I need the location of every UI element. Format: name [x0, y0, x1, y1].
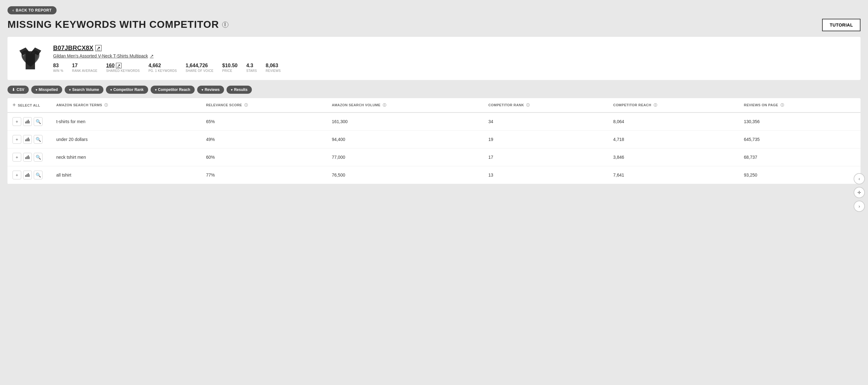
- svg-rect-12: [29, 156, 30, 159]
- row-chart-button[interactable]: [23, 171, 32, 179]
- row-search-button[interactable]: 🔍: [34, 135, 42, 144]
- table-row: + 🔍 all tshirt 77% 76,500 13 7,641: [7, 166, 861, 184]
- row-chart-button[interactable]: [23, 153, 32, 161]
- row-search-button[interactable]: 🔍: [34, 153, 42, 161]
- stat-win-pct: 83 WIN %: [53, 63, 63, 72]
- row-competitor-reach: 4,718: [608, 130, 739, 148]
- chart-icon: [25, 155, 30, 159]
- page-title: MISSING KEYWORDS WITH COMPETITOR i: [7, 19, 228, 30]
- row-relevance: 77%: [201, 166, 327, 184]
- row-relevance: 60%: [201, 148, 327, 166]
- th-competitor-reach-info-icon[interactable]: ⓘ: [654, 103, 657, 107]
- chart-icon: [25, 138, 30, 141]
- filter-csv[interactable]: ⬇ CSV: [7, 86, 29, 94]
- row-chart-button[interactable]: [23, 135, 32, 144]
- stat-stars: 4.3 STARS: [246, 63, 257, 72]
- row-search-term: all tshirt: [51, 166, 201, 184]
- tutorial-button[interactable]: TUTORIAL: [822, 19, 861, 31]
- row-reviews-on-page: 68,737: [739, 148, 861, 166]
- table-header-row: + SELECT ALL AMAZON SEARCH TERMS ⓘ RELEV…: [7, 98, 861, 113]
- filter-misspelled[interactable]: ▾ Misspelled: [31, 86, 62, 94]
- svg-rect-6: [27, 139, 28, 141]
- stat-share-voice: 1,644,726 SHARE OF VOICE: [186, 63, 213, 72]
- filter-competitor-rank[interactable]: ▾ Competitor Rank: [106, 86, 148, 94]
- filter-competitor-reach[interactable]: ▾ Competitor Reach: [151, 86, 195, 94]
- stat-rank-avg: 17 RANK AVERAGE: [72, 63, 97, 72]
- select-all-plus-icon[interactable]: +: [12, 102, 16, 109]
- filter-reviews[interactable]: ▾ Reviews: [197, 86, 224, 94]
- row-actions-cell: + 🔍: [7, 166, 51, 184]
- row-search-volume: 94,400: [327, 130, 484, 148]
- row-competitor-rank: 17: [484, 148, 608, 166]
- product-stats: 83 WIN % 17 RANK AVERAGE 160 ↗ SHARED KE…: [53, 63, 852, 72]
- chart-icon: [25, 173, 30, 177]
- stat-price: $10.50 PRICE: [222, 63, 238, 72]
- row-competitor-rank: 13: [484, 166, 608, 184]
- page-header: MISSING KEYWORDS WITH COMPETITOR i TUTOR…: [7, 19, 861, 31]
- chevron-competitor-rank-icon: ▾: [110, 88, 112, 92]
- row-actions-cell: + 🔍: [7, 148, 51, 166]
- row-add-button[interactable]: +: [12, 153, 21, 161]
- filter-search-volume[interactable]: ▾ Search Volume: [65, 86, 103, 94]
- th-reviews-on-page-info-icon[interactable]: ⓘ: [780, 103, 784, 107]
- row-search-button[interactable]: 🔍: [34, 171, 42, 179]
- row-chart-button[interactable]: [23, 117, 32, 126]
- asin-external-link-icon[interactable]: ↗: [95, 45, 101, 51]
- table-row: + 🔍 neck tshirt men 60% 77,000 17 3: [7, 148, 861, 166]
- svg-rect-11: [28, 155, 29, 159]
- back-button-label: BACK TO REPORT: [16, 8, 52, 12]
- keywords-table-container: + SELECT ALL AMAZON SEARCH TERMS ⓘ RELEV…: [7, 98, 861, 184]
- th-relevance-info-icon[interactable]: ⓘ: [244, 103, 248, 107]
- row-competitor-reach: 8,064: [608, 113, 739, 130]
- nav-next-button[interactable]: ›: [854, 201, 865, 212]
- chevron-results-icon: ▾: [231, 88, 232, 92]
- row-search-volume: 161,300: [327, 113, 484, 130]
- svg-rect-4: [29, 121, 30, 123]
- row-search-term: t-shirts for men: [51, 113, 201, 130]
- product-asin[interactable]: B07JBRCX8X ↗: [53, 45, 852, 52]
- product-name-link[interactable]: Gildan Men's Assorted V-Neck T-Shirts Mu…: [53, 54, 852, 58]
- svg-rect-10: [27, 156, 28, 159]
- th-competitor-rank-info-icon[interactable]: ⓘ: [526, 103, 530, 107]
- row-search-button[interactable]: 🔍: [34, 117, 42, 126]
- shared-kw-external-link-icon: ↗: [116, 63, 122, 68]
- chevron-search-volume-icon: ▾: [69, 88, 71, 92]
- stat-shared-kw[interactable]: 160 ↗ SHARED KEYWORDS: [106, 63, 140, 72]
- svg-rect-5: [25, 139, 26, 141]
- th-search-volume-info-icon[interactable]: ⓘ: [383, 103, 386, 107]
- chart-icon: [25, 120, 30, 123]
- row-add-button[interactable]: +: [12, 117, 21, 126]
- table-body: + 🔍 t-shirts for men 65% 161,300 34: [7, 113, 861, 184]
- row-competitor-rank: 19: [484, 130, 608, 148]
- row-actions-cell: + 🔍: [7, 113, 51, 130]
- row-relevance: 65%: [201, 113, 327, 130]
- row-reviews-on-page: 93,250: [739, 166, 861, 184]
- svg-rect-9: [25, 157, 26, 159]
- page-title-info-icon[interactable]: i: [222, 22, 228, 28]
- svg-rect-16: [29, 174, 30, 177]
- stat-pg1-kw: 4,662 PG. 1 KEYWORDS: [148, 63, 177, 72]
- row-search-term: under 20 dollars: [51, 130, 201, 148]
- row-search-volume: 76,500: [327, 166, 484, 184]
- nav-move-button[interactable]: ✛: [854, 187, 865, 198]
- row-add-button[interactable]: +: [12, 171, 21, 179]
- chevron-competitor-reach-icon: ▾: [155, 88, 157, 92]
- filter-results[interactable]: ▾ Results: [226, 86, 252, 94]
- svg-rect-7: [28, 138, 29, 141]
- nav-prev-button[interactable]: ‹: [854, 173, 865, 184]
- table-row: + 🔍 t-shirts for men 65% 161,300 34: [7, 113, 861, 130]
- th-reviews-on-page: REVIEWS ON PAGE ⓘ: [739, 98, 861, 113]
- svg-rect-15: [28, 173, 29, 177]
- back-to-report-button[interactable]: ‹ BACK TO REPORT: [7, 6, 57, 14]
- svg-rect-8: [29, 139, 30, 141]
- svg-rect-13: [25, 175, 26, 177]
- row-search-volume: 77,000: [327, 148, 484, 166]
- th-search-terms-info-icon[interactable]: ⓘ: [104, 103, 108, 107]
- row-competitor-rank: 34: [484, 113, 608, 130]
- row-actions-cell: + 🔍: [7, 130, 51, 148]
- th-relevance: RELEVANCE SCORE ⓘ: [201, 98, 327, 113]
- back-arrow-icon: ‹: [12, 8, 14, 12]
- row-add-button[interactable]: +: [12, 135, 21, 144]
- th-select-all[interactable]: + SELECT ALL: [7, 98, 51, 113]
- product-info: B07JBRCX8X ↗ Gildan Men's Assorted V-Nec…: [53, 45, 852, 72]
